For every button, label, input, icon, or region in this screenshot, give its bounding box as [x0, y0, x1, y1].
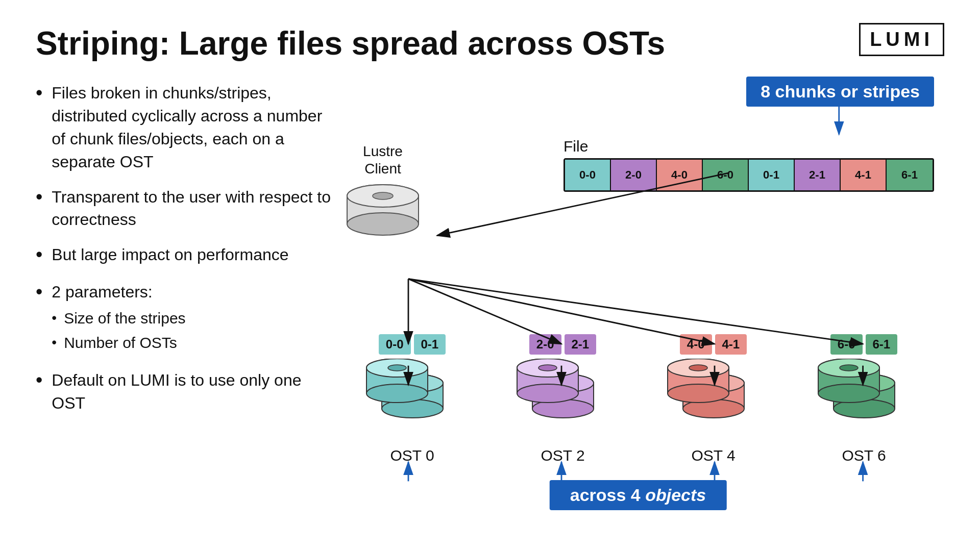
ost-4-disks-icon	[665, 359, 762, 443]
chunk-6-1: 6-1	[887, 160, 933, 190]
svg-point-42	[818, 384, 879, 403]
bullet-text-2: Transparent to the user with respect to …	[52, 186, 332, 232]
chunk-2-1: 2-1	[795, 160, 841, 190]
ost-0-chip-0: 0-0	[379, 334, 411, 355]
lustre-client: LustreClient	[342, 143, 424, 244]
bullet-3: But large impact on performance	[36, 243, 332, 268]
svg-point-12	[366, 384, 428, 403]
svg-point-32	[668, 384, 729, 403]
ost-0-chip-1: 0-1	[414, 334, 446, 355]
ost-4-group: 4-0 4-1	[665, 334, 762, 464]
ost-0-label: OST 0	[390, 447, 434, 464]
ost-2-chip-1: 2-1	[565, 334, 597, 355]
chunk-4-0: 4-0	[657, 160, 703, 190]
lustre-client-label: LustreClient	[342, 143, 424, 177]
svg-point-14	[388, 365, 406, 371]
across-label-pre: across 4	[570, 485, 645, 505]
ost-4-chip-1: 4-1	[715, 334, 747, 355]
content-area: Files broken in chunks/stripes, distribu…	[36, 77, 944, 510]
ost-row: 0-0 0-1	[337, 334, 939, 464]
ost-6-label: OST 6	[842, 447, 886, 464]
ost-2-chip-0: 2-0	[529, 334, 561, 355]
ost-2-label: OST 2	[541, 447, 584, 464]
bullet-4: 2 parameters: Size of the stripes Number…	[36, 281, 332, 357]
chunk-2-0: 2-0	[611, 160, 657, 190]
ost-0-disks-icon	[364, 359, 461, 443]
bullet-text-3: But large impact on performance	[52, 243, 288, 266]
ost-6-chip-0: 6-0	[830, 334, 863, 355]
ost-6-group: 6-0 6-1	[816, 334, 913, 464]
file-strip-container: File 0-0 2-0 4-0 6-0 0-1 2-1 4-1 6-1	[564, 138, 934, 192]
ost-0-chips: 0-0 0-1	[379, 334, 446, 355]
sub-list: Size of the stripes Number of OSTs	[52, 308, 185, 354]
file-strip: 0-0 2-0 4-0 6-0 0-1 2-1 4-1 6-1	[564, 158, 934, 192]
svg-point-4	[373, 192, 393, 199]
lumi-logo: LUMI	[859, 23, 944, 56]
bullet-text-5: Default on LUMI is to use only one OST	[52, 369, 332, 415]
svg-point-24	[538, 365, 557, 371]
bullet-2: Transparent to the user with respect to …	[36, 186, 332, 232]
sub-bullet-2: Number of OSTs	[52, 332, 185, 354]
diagram-area: 8 chunks or stripes File 0-0 2-0 4-0 6-0…	[332, 77, 944, 510]
chunk-4-1: 4-1	[841, 160, 887, 190]
ost-4-label: OST 4	[691, 447, 735, 464]
page-title: Striping: Large files spread across OSTs	[36, 26, 944, 61]
ost-2-chips: 2-0 2-1	[529, 334, 596, 355]
chunks-label: 8 chunks or stripes	[746, 77, 934, 107]
bullet-text-1: Files broken in chunks/stripes, distribu…	[52, 82, 332, 173]
slide: LUMI Striping: Large files spread across…	[0, 0, 980, 551]
chunk-0-0: 0-0	[565, 160, 611, 190]
sub-bullet-1: Size of the stripes	[52, 308, 185, 329]
ost-6-chips: 6-0 6-1	[830, 334, 897, 355]
ost-2-group: 2-0 2-1	[514, 334, 611, 464]
chunk-6-0: 6-0	[703, 160, 749, 190]
across-objects-label: across 4 objects	[550, 480, 727, 510]
sub-bullet-text-2: Number of OSTs	[64, 332, 177, 354]
ost-4-chips: 4-0 4-1	[680, 334, 747, 355]
across-label-em: objects	[645, 485, 706, 505]
bullet-5: Default on LUMI is to use only one OST	[36, 369, 332, 415]
svg-point-44	[840, 365, 858, 371]
sub-bullet-text-1: Size of the stripes	[64, 308, 185, 329]
bullet-text-4: 2 parameters: Size of the stripes Number…	[52, 281, 185, 357]
svg-point-34	[689, 365, 707, 371]
lustre-disk-icon	[342, 182, 424, 243]
chunk-0-1: 0-1	[749, 160, 795, 190]
ost-6-chip-1: 6-1	[866, 334, 898, 355]
bullet-1: Files broken in chunks/stripes, distribu…	[36, 82, 332, 173]
bullet-list: Files broken in chunks/stripes, distribu…	[36, 82, 332, 414]
ost-0-group: 0-0 0-1	[364, 334, 461, 464]
ost-4-chip-0: 4-0	[680, 334, 712, 355]
file-label: File	[564, 138, 934, 155]
svg-point-2	[347, 213, 419, 235]
svg-point-22	[517, 384, 578, 403]
left-column: Files broken in chunks/stripes, distribu…	[36, 77, 332, 510]
ost-2-disks-icon	[514, 359, 611, 443]
ost-6-disks-icon	[816, 359, 913, 443]
